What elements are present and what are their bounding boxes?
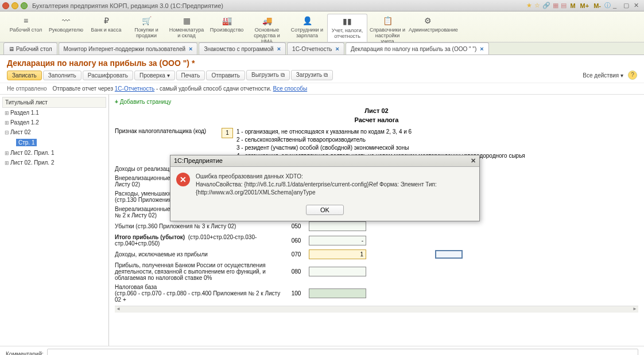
row-field[interactable]: 1 <box>309 249 366 259</box>
star-icon[interactable]: ★ <box>526 2 532 9</box>
close-icon[interactable]: × <box>277 45 281 52</box>
add-page-link[interactable]: Добавить страницу <box>115 99 171 105</box>
expand-icon[interactable]: ⊞ <box>5 150 10 156</box>
tree-page-1[interactable]: Стр. 1 <box>2 137 106 148</box>
star-icon-2[interactable]: ☆ <box>534 2 540 9</box>
row-field[interactable] <box>309 221 366 231</box>
toolbar-production[interactable]: 🏭Производство <box>207 14 247 42</box>
tab-declaration[interactable]: Декларация по налогу на прибыль за (ООО … <box>346 42 489 54</box>
write-button[interactable]: Записать <box>7 71 42 80</box>
close-icon[interactable]: × <box>480 45 483 52</box>
dialog-titlebar[interactable]: 1С:Предприятие ✕ <box>170 155 479 167</box>
toolbar-manager[interactable]: 〰Руководителю <box>46 14 86 42</box>
toolbar-admin[interactable]: ⚙Администрирование <box>408 14 448 42</box>
error-icon: ✕ <box>176 173 190 186</box>
row-field[interactable]: - <box>309 236 366 245</box>
page-title: Декларация по налогу на прибыль за (ООО … <box>7 58 637 68</box>
form-row: Убытки (стр.360 Приложения № 3 к Листу 0… <box>115 221 638 231</box>
export-button[interactable]: Выгрузить ⧉ <box>246 70 290 80</box>
toolbar-nomenclature[interactable]: ▦Номенклатура и склад <box>166 14 207 42</box>
error-dialog: 1С:Предприятие ✕ ✕ Ошибка преобразования… <box>170 155 480 221</box>
expand-icon[interactable]: ⊞ <box>5 120 10 126</box>
toolbar-purchases[interactable]: 🛒Покупки и продажи <box>126 14 166 42</box>
row-field[interactable] <box>309 267 366 276</box>
all-actions-button[interactable]: Все действия ▾ <box>583 72 623 79</box>
dialog-close-icon[interactable]: ✕ <box>471 157 476 165</box>
menu-icon: ≡ <box>7 15 45 26</box>
gear-icon: ⚙ <box>409 15 447 26</box>
row-code: 100 <box>287 290 305 297</box>
tab-monitor[interactable]: Монитор Интернет-поддержки пользователей… <box>59 42 198 54</box>
dialog-title-text: 1С:Предприятие <box>174 157 223 165</box>
toolbar-assets[interactable]: 🚚Основные средства и НМА <box>247 14 287 42</box>
code-input[interactable]: 1 <box>222 128 233 138</box>
tab-intro[interactable]: Знакомство с программой× <box>199 42 286 54</box>
status-label: Не отправлено <box>7 85 47 92</box>
tree-section-1-2[interactable]: ⊞Раздел 1.2 <box>2 118 106 127</box>
sheet-title: Лист 02 <box>115 107 638 114</box>
toolbar-bank[interactable]: ₽Банк и касса <box>86 14 126 42</box>
row-label: Доходы, исключаемые из прибыли <box>115 251 287 258</box>
reporting-link[interactable]: 1С-Отчетность <box>115 85 154 92</box>
tree-sheet-02-app1[interactable]: ⊞Лист 02. Прил. 1 <box>2 148 106 158</box>
calc-icon[interactable]: ▦ <box>553 2 558 9</box>
window-title: Бухгалтерия предприятия КОРП, редакция 3… <box>32 2 223 9</box>
horizontal-scrollbar[interactable] <box>115 306 638 313</box>
info-icon[interactable]: ⓘ <box>604 1 611 10</box>
tab-desktop[interactable]: 🖥 Рабочий стол <box>3 42 57 54</box>
toolbar-references[interactable]: 📋Справочники и настройки учета <box>367 14 408 42</box>
calendar-icon[interactable]: ▤ <box>561 2 567 9</box>
help-icon[interactable]: ? <box>628 71 637 80</box>
collapse-icon[interactable]: ⊟ <box>5 130 10 135</box>
tree-sheet-02-app2[interactable]: ⊞Лист 02. Прил. 2 <box>2 158 106 167</box>
form-row: Налоговая база (стр.060 - стр.070 - стр.… <box>115 284 638 303</box>
close-window-icon[interactable] <box>2 2 9 9</box>
restore-icon[interactable]: ▢ <box>623 2 631 10</box>
decode-button[interactable]: Расшифровать <box>83 71 133 80</box>
row-code: 080 <box>287 268 305 275</box>
action-bar: Записать Заполнить Расшифровать Проверка… <box>7 70 637 80</box>
person-icon: 👤 <box>288 15 326 26</box>
titlebar: Бухгалтерия предприятия КОРП, редакция 3… <box>0 0 644 11</box>
maximize-window-icon[interactable] <box>21 2 28 9</box>
tree-sheet-02[interactable]: ⊟Лист 02 <box>2 127 106 137</box>
dialog-message: Ошибка преобразования данных XDTO: Начал… <box>196 173 437 197</box>
comment-label: Комментарий: <box>6 351 44 356</box>
row-field[interactable] <box>309 288 366 298</box>
tree-title-sheet[interactable]: Титульный лист <box>2 97 106 108</box>
sheet-subtitle: Расчет налога <box>115 116 638 123</box>
check-button[interactable]: Проверка ▾ <box>134 71 175 80</box>
form-row: Итого прибыль (убыток) (стр.010+стр.020-… <box>115 234 638 247</box>
toolbar-desktop[interactable]: ≡Рабочий стол <box>6 14 46 42</box>
expand-icon[interactable]: ⊞ <box>5 160 10 166</box>
m-button[interactable]: M <box>570 2 575 9</box>
tree-panel: Титульный лист ⊞Раздел 1.1 ⊞Раздел 1.2 ⊟… <box>0 95 109 346</box>
ok-button[interactable]: OK <box>306 205 344 215</box>
desktop-tab-icon: 🖥 <box>9 46 14 52</box>
comment-input[interactable] <box>47 349 638 355</box>
minimize-icon[interactable]: _ <box>613 2 621 10</box>
row-label: Прибыль, полученная Банком России от осу… <box>115 262 287 281</box>
all-methods-link[interactable]: Все способы <box>273 85 308 92</box>
toolbar-taxes[interactable]: ▮▮Учет, налоги, отчетность <box>327 14 367 42</box>
expand-icon[interactable]: ⊞ <box>5 110 10 116</box>
m-plus-button[interactable]: M+ <box>580 2 589 9</box>
fill-button[interactable]: Заполнить <box>43 71 82 80</box>
minimize-window-icon[interactable] <box>11 2 18 9</box>
close-icon[interactable]: ✕ <box>634 2 642 10</box>
m-minus-button[interactable]: M- <box>593 2 601 9</box>
tree-section-1-1[interactable]: ⊞Раздел 1.1 <box>2 108 106 118</box>
tab-reporting[interactable]: 1С-Отчетность× <box>287 42 344 54</box>
tabbar: 🖥 Рабочий стол Монитор Интернет-поддержк… <box>0 42 644 55</box>
link-icon[interactable]: 🔗 <box>542 2 550 9</box>
form-row: Доходы, исключаемые из прибыли0701 <box>115 249 638 259</box>
send-button[interactable]: Отправить <box>206 71 245 80</box>
load-button[interactable]: Загрузить ⧉ <box>291 70 333 80</box>
truck-icon: 🚚 <box>248 15 286 26</box>
extra-box[interactable] <box>435 250 463 259</box>
close-icon[interactable]: × <box>335 45 339 52</box>
toolbar-employees[interactable]: 👤Сотрудники и зарплата <box>287 14 327 42</box>
row-label: Итого прибыль (убыток) (стр.010+стр.020-… <box>115 234 287 247</box>
print-button[interactable]: Печать <box>176 71 205 80</box>
close-icon[interactable]: × <box>189 45 192 52</box>
